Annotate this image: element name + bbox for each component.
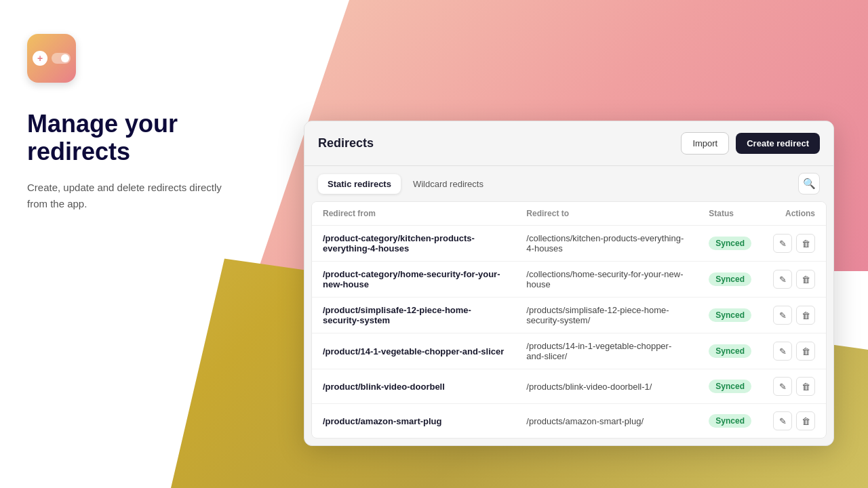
status-badge: Synced	[709, 272, 751, 286]
redirect-from-cell: /product/blink-video-doorbell	[312, 369, 515, 404]
card-header: Redirects Import Create redirect	[304, 121, 833, 166]
delete-button[interactable]: 🗑	[796, 411, 815, 430]
tab-static-redirects[interactable]: Static redirects	[318, 174, 401, 194]
table-row: /product/14-1-vegetable-chopper-and-slic…	[312, 333, 826, 369]
edit-icon: ✎	[779, 346, 787, 357]
redirect-from-cell: /product/14-1-vegetable-chopper-and-slic…	[312, 333, 515, 369]
left-panel: + Manage your redirects Create, update a…	[0, 0, 285, 488]
search-button[interactable]: 🔍	[798, 173, 820, 195]
actions-cell: ✎🗑	[762, 262, 826, 298]
actions-cell: ✎🗑	[762, 333, 826, 369]
trash-icon: 🗑	[802, 346, 810, 357]
redirect-to-cell: /collections/kitchen-products-everything…	[515, 226, 698, 262]
redirect-from-cell: /product/simplisafe-12-piece-home-securi…	[312, 298, 515, 333]
status-badge: Synced	[709, 344, 751, 358]
delete-button[interactable]: 🗑	[796, 234, 815, 253]
redirect-to-cell: /products/amazon-smart-plug/	[515, 404, 698, 439]
edit-button[interactable]: ✎	[773, 377, 792, 396]
redirect-to-cell: /products/14-in-1-vegetable-chopper-and-…	[515, 333, 698, 369]
trash-icon: 🗑	[802, 310, 810, 321]
status-cell: Synced	[698, 333, 762, 369]
col-redirect-from: Redirect from	[312, 202, 515, 226]
app-icon: +	[27, 34, 76, 83]
tabs: Static redirects Wildcard redirects	[318, 174, 493, 194]
status-cell: Synced	[698, 262, 762, 298]
table-row: /product-category/kitchen-products-every…	[312, 226, 826, 262]
redirect-to-cell: /collections/home-security-for-your-new-…	[515, 262, 698, 298]
card-title: Redirects	[318, 136, 374, 150]
edit-button[interactable]: ✎	[773, 306, 792, 325]
create-redirect-button[interactable]: Create redirect	[736, 133, 820, 154]
tab-wildcard-redirects[interactable]: Wildcard redirects	[403, 174, 493, 194]
edit-icon: ✎	[779, 416, 787, 426]
plus-icon: +	[33, 51, 47, 66]
actions-cell: ✎🗑	[762, 298, 826, 333]
redirect-to-cell: /products/blink-video-doorbell-1/	[515, 369, 698, 404]
col-actions: Actions	[762, 202, 826, 226]
table-row: /product/blink-video-doorbell/products/b…	[312, 369, 826, 404]
status-badge: Synced	[709, 380, 751, 393]
col-status: Status	[698, 202, 762, 226]
redirects-card: Redirects Import Create redirect Static …	[304, 121, 834, 446]
status-cell: Synced	[698, 298, 762, 333]
redirects-table-container: Redirect from Redirect to Status Actions…	[311, 201, 827, 439]
status-badge: Synced	[709, 414, 751, 428]
delete-button[interactable]: 🗑	[796, 270, 815, 289]
delete-button[interactable]: 🗑	[796, 306, 815, 325]
actions-cell: ✎🗑	[762, 404, 826, 439]
edit-button[interactable]: ✎	[773, 411, 792, 430]
edit-icon: ✎	[779, 310, 787, 321]
import-button[interactable]: Import	[681, 132, 729, 155]
redirect-from-cell: /product-category/kitchen-products-every…	[312, 226, 515, 262]
header-actions: Import Create redirect	[681, 132, 820, 155]
toggle-icon	[52, 53, 71, 64]
edit-icon: ✎	[779, 274, 787, 285]
edit-button[interactable]: ✎	[773, 342, 792, 361]
redirect-from-cell: /product-category/home-security-for-your…	[312, 262, 515, 298]
redirect-to-cell: /products/simplisafe-12-piece-home-secur…	[515, 298, 698, 333]
search-icon: 🔍	[803, 178, 816, 190]
main-subtext: Create, update and delete redirects dire…	[27, 180, 237, 212]
status-cell: Synced	[698, 404, 762, 439]
edit-icon: ✎	[779, 382, 787, 392]
redirect-from-cell: /product/amazon-smart-plug	[312, 404, 515, 439]
table-row: /product/simplisafe-12-piece-home-securi…	[312, 298, 826, 333]
trash-icon: 🗑	[802, 239, 810, 249]
main-heading: Manage your redirects	[27, 110, 258, 166]
status-cell: Synced	[698, 226, 762, 262]
status-cell: Synced	[698, 369, 762, 404]
status-badge: Synced	[709, 237, 751, 250]
trash-icon: 🗑	[802, 382, 810, 392]
actions-cell: ✎🗑	[762, 226, 826, 262]
trash-icon: 🗑	[802, 274, 810, 285]
col-redirect-to: Redirect to	[515, 202, 698, 226]
table-header-row: Redirect from Redirect to Status Actions	[312, 202, 826, 226]
edit-button[interactable]: ✎	[773, 234, 792, 253]
delete-button[interactable]: 🗑	[796, 342, 815, 361]
trash-icon: 🗑	[802, 416, 810, 426]
redirects-table: Redirect from Redirect to Status Actions…	[312, 202, 826, 438]
edit-icon: ✎	[779, 239, 787, 249]
edit-button[interactable]: ✎	[773, 270, 792, 289]
table-row: /product-category/home-security-for-your…	[312, 262, 826, 298]
status-badge: Synced	[709, 308, 751, 322]
delete-button[interactable]: 🗑	[796, 377, 815, 396]
actions-cell: ✎🗑	[762, 369, 826, 404]
tabs-bar: Static redirects Wildcard redirects 🔍	[304, 166, 833, 195]
table-row: /product/amazon-smart-plug/products/amaz…	[312, 404, 826, 439]
